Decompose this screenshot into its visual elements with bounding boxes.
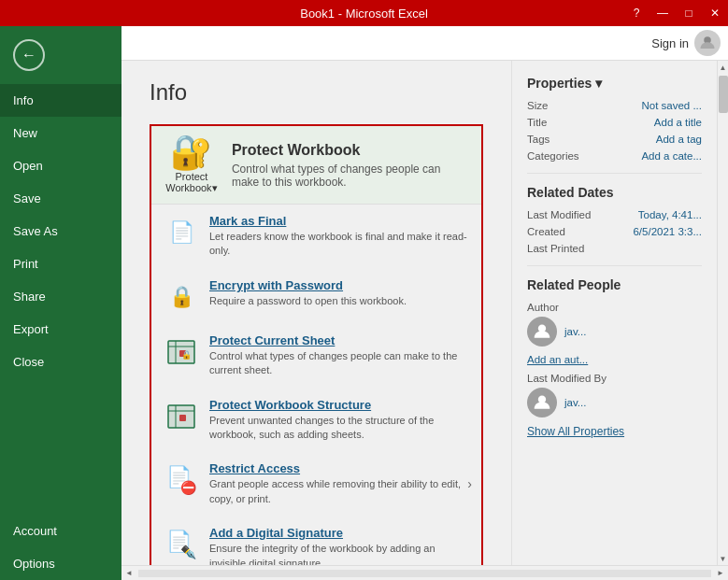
properties-panel: Properties ▾ Size Not saved ... Title Ad…: [511, 61, 717, 565]
scroll-right-arrow[interactable]: ►: [713, 566, 728, 581]
sidebar-item-export[interactable]: Export: [0, 313, 121, 346]
h-scroll-track[interactable]: [138, 570, 711, 577]
related-dates-title: Related Dates: [527, 185, 702, 200]
prop-title-label: Title: [527, 117, 547, 128]
author-row: jav...: [527, 317, 702, 347]
sidebar: ← Info New Open Save Save As Print Share…: [0, 26, 121, 580]
prop-categories-label: Categories: [527, 150, 579, 162]
properties-title[interactable]: Properties ▾: [527, 76, 702, 91]
digital-signature-title: Add a Digital Signature: [209, 526, 468, 540]
protect-structure-content: Protect Workbook Structure Prevent unwan…: [209, 398, 468, 443]
sidebar-item-close[interactable]: Close: [0, 346, 121, 378]
protect-description: Control what types of changes people can…: [232, 163, 468, 189]
prop-title-value[interactable]: Add a title: [654, 117, 702, 128]
protect-structure-title: Protect Workbook Structure: [209, 398, 468, 412]
mark-as-final-desc: Let readers know the workbook is final a…: [209, 230, 468, 259]
protect-sheet-desc: Control what types of changes people can…: [209, 349, 468, 378]
restrict-access-content: Restrict Access Grant people access whil…: [209, 461, 468, 506]
encrypt-title: Encrypt with Password: [209, 278, 407, 292]
protect-icon-area: 🔐 ProtectWorkbook▾: [164, 135, 219, 194]
mark-as-final-item[interactable]: 📄 Mark as Final Let readers know the wor…: [151, 205, 481, 269]
digital-signature-icon: 📄 ✒️: [164, 528, 198, 561]
prop-tags-value[interactable]: Add a tag: [656, 134, 702, 145]
encrypt-content: Encrypt with Password Require a password…: [209, 278, 407, 308]
scroll-left-arrow[interactable]: ◄: [121, 566, 136, 581]
sidebar-item-account[interactable]: Account: [0, 515, 121, 547]
bottom-scrollbar: ◄ ►: [121, 565, 728, 580]
restrict-access-title: Restrict Access: [209, 461, 468, 475]
protect-sheet-content: Protect Current Sheet Control what types…: [209, 333, 468, 378]
restore-button[interactable]: □: [676, 0, 702, 26]
prop-size-label: Size: [527, 100, 548, 111]
svg-rect-11: [179, 415, 186, 421]
last-modified-by-label: Last Modified By: [527, 373, 702, 384]
prop-tags-label: Tags: [527, 134, 550, 145]
sidebar-item-options[interactable]: Options: [0, 547, 121, 580]
protect-structure-item[interactable]: Protect Workbook Structure Prevent unwan…: [151, 389, 481, 453]
close-button[interactable]: ✕: [702, 0, 728, 26]
protect-structure-icon: [164, 400, 198, 433]
prop-created-value: 6/5/2021 3:3...: [633, 226, 702, 237]
prop-categories-value[interactable]: Add a cate...: [641, 150, 702, 162]
scroll-down-arrow[interactable]: ▼: [718, 552, 729, 565]
restrict-access-arrow: ›: [467, 476, 472, 491]
last-modified-by-avatar: [527, 388, 557, 417]
lock-icon: 🔐: [170, 135, 212, 169]
digital-signature-item[interactable]: 📄 ✒️ Add a Digital Signature Ensure the …: [151, 516, 481, 565]
protect-workbook-header[interactable]: 🔐 ProtectWorkbook▾ Protect Workbook Cont…: [151, 126, 481, 205]
divider-1: [527, 173, 702, 174]
prop-last-printed: Last Printed: [527, 243, 702, 254]
sidebar-item-new[interactable]: New: [0, 117, 121, 149]
show-all-properties-link[interactable]: Show All Properties: [527, 425, 702, 438]
prop-size-value[interactable]: Not saved ...: [641, 100, 702, 111]
info-panel: Info 🔐 ProtectWorkbook▾ Protect Workbook…: [121, 61, 511, 565]
divider-2: [527, 265, 702, 266]
prop-title: Title Add a title: [527, 117, 702, 128]
protect-icon-label: ProtectWorkbook▾: [165, 171, 217, 194]
vertical-scrollbar[interactable]: ▲ ▼: [717, 61, 728, 565]
prop-created: Created 6/5/2021 3:3...: [527, 226, 702, 237]
encrypt-with-password-item[interactable]: 🔒 Encrypt with Password Require a passwo…: [151, 269, 481, 324]
protect-sheet-item[interactable]: 🔒 Protect Current Sheet Control what typ…: [151, 324, 481, 389]
sidebar-item-save[interactable]: Save: [0, 182, 121, 215]
protect-heading: Protect Workbook: [232, 142, 468, 159]
minimize-button[interactable]: —: [649, 0, 676, 26]
sidebar-item-save-as[interactable]: Save As: [0, 215, 121, 248]
author-label: Author: [527, 302, 702, 313]
signin-area: Sign in: [121, 26, 728, 61]
digital-signature-content: Add a Digital Signature Ensure the integ…: [209, 526, 468, 565]
author-name: jav...: [564, 326, 586, 337]
window-controls: ? — □ ✕: [623, 0, 728, 26]
protect-sheet-title: Protect Current Sheet: [209, 333, 468, 347]
signin-link[interactable]: Sign in: [651, 36, 689, 50]
sidebar-item-open[interactable]: Open: [0, 149, 121, 182]
title-bar: Book1 - Microsoft Excel ? — □ ✕: [0, 0, 728, 26]
prop-last-printed-label: Last Printed: [527, 243, 584, 254]
prop-last-modified: Last Modified Today, 4:41...: [527, 209, 702, 220]
sidebar-item-print[interactable]: Print: [0, 248, 121, 280]
last-modified-by-row: jav...: [527, 388, 702, 417]
restrict-access-icon: 📄 ⛔: [164, 463, 198, 497]
author-avatar: [527, 317, 557, 347]
app-container: ← Info New Open Save Save As Print Share…: [0, 26, 728, 580]
user-avatar: [694, 30, 721, 56]
sidebar-item-info[interactable]: Info: [0, 84, 121, 117]
scroll-thumb[interactable]: [719, 76, 728, 113]
protect-sheet-icon: 🔒: [164, 335, 198, 369]
prop-last-modified-value: Today, 4:41...: [638, 209, 702, 220]
app-title: Book1 - Microsoft Excel: [300, 7, 428, 21]
related-people-title: Related People: [527, 277, 702, 292]
protect-workbook-box: 🔐 ProtectWorkbook▾ Protect Workbook Cont…: [150, 124, 483, 565]
add-author-link[interactable]: Add an aut...: [527, 354, 702, 365]
scroll-up-arrow[interactable]: ▲: [718, 61, 729, 74]
sidebar-item-share[interactable]: Share: [0, 280, 121, 313]
prop-tags: Tags Add a tag: [527, 134, 702, 145]
restrict-access-item[interactable]: 📄 ⛔ Restrict Access Grant people access …: [151, 452, 481, 516]
mark-as-final-content: Mark as Final Let readers know the workb…: [209, 214, 468, 259]
encrypt-desc: Require a password to open this workbook…: [209, 294, 407, 308]
back-button[interactable]: ←: [7, 34, 50, 77]
protect-structure-desc: Prevent unwanted changes to the structur…: [209, 414, 468, 443]
back-circle-icon[interactable]: ←: [13, 39, 45, 71]
help-button[interactable]: ?: [623, 0, 649, 26]
digital-signature-desc: Ensure the integrity of the workbook by …: [209, 542, 468, 565]
